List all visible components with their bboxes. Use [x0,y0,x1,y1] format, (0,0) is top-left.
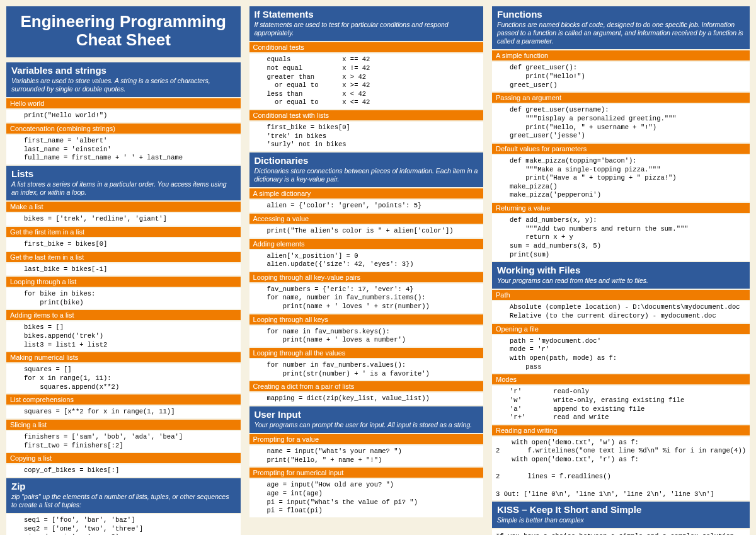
code-copy: copy_of_bikes = bikes[:] [6,464,241,477]
code-keys-loop: for name in fav_numbers.keys(): print(na… [249,326,484,347]
sub-simple-dict: A simple dictionary [249,188,484,198]
sub-hello: Hello world [6,98,241,108]
sub-kv-loop: Looping through all key-value pairs [249,272,484,282]
sub-prompt-val: Prompting for a value [249,434,484,444]
code-make-list: bikes = ['trek', 'redline', 'giant'] [6,213,241,226]
sub-simple-fn: A simple function [492,50,750,60]
sub-path: Path [492,290,750,300]
sub-num-list: Making numerical lists [6,352,241,362]
section-input: User Input Your programs can prompt the … [249,406,484,433]
sub-arg: Passing an argument [492,93,750,103]
code-dict-pair: mapping = dict(zip(key_list, value_list)… [249,393,484,405]
section-title: User Input [255,409,479,420]
sub-cond-tests: Conditional tests [249,42,484,52]
sub-default: Default values for parameters [492,144,750,154]
sub-comp: List comprehensions [6,394,241,405]
code-modes: 'r' read-only 'w' write-only, erasing ex… [492,386,750,424]
code-add-list: bikes = [] bikes.append('trek') list3 = … [6,321,241,351]
section-zip: Zip zip "pairs" up the elements of a num… [6,478,241,513]
code-default: def make_pizza(topping='bacon'): """Make… [492,155,750,202]
sub-cond-lists: Conditional test with lists [249,110,484,120]
sub-copy: Copying a list [6,453,241,463]
code-kv-loop: fav_numbers = {'eric': 17, 'ever': 4} fo… [249,284,484,313]
code-last-item: last_bike = bikes[-1] [6,263,241,276]
section-title: Working with Files [497,265,745,275]
sub-add-elem: Adding elements [249,239,484,249]
section-title: Functions [497,9,745,20]
column-2: If Statements If statements are used to … [249,6,484,535]
code-slice: finishers = ['sam', 'bob', 'ada', 'bea']… [6,431,241,452]
sub-last-item: Get the last item in a list [6,252,241,262]
code-prompt-num: age = input("How old are you? ") age = i… [249,479,484,517]
sub-first-item: Get the first item in a list [6,227,241,237]
section-desc: Variables are used to store values. A st… [11,77,236,93]
code-add-elem: alien['x_position'] = 0 alien.update({'s… [249,250,484,271]
title-box: Engineering Programming Cheat Sheet [6,6,241,57]
sub-slice: Slicing a list [6,420,241,430]
section-files: Working with Files Your programs can rea… [492,262,750,289]
code-num-list: squares = [] for x in range(1, 11): squa… [6,364,241,393]
section-desc: Your programs can prompt the user for in… [255,421,479,429]
code-concat: first_name = 'albert' last_name = 'einst… [6,135,241,164]
code-return: def add_numbers(x, y): """Add two number… [492,214,750,261]
section-desc: A list stores a series of items in a par… [11,180,236,197]
section-desc: Dictionaries store connections between p… [255,167,479,183]
sub-return: Returning a value [492,203,750,213]
code-hello: print("Hello world!") [6,110,241,122]
sub-access: Accessing a value [249,214,484,224]
section-functions: Functions Functions are named blocks of … [492,6,750,49]
code-zip: seq1 = ['foo', 'bar', 'baz'] seq2 = ['on… [6,514,241,535]
column-3: Functions Functions are named blocks of … [492,6,750,535]
code-access: print("The alien's color is " + alien['c… [249,225,484,238]
section-variables: Variables and strings Variables are used… [6,62,241,97]
page-title: Engineering Programming Cheat Sheet [11,13,236,49]
section-if: If Statements If statements are used to … [249,6,484,41]
sub-add-list: Adding items to a list [6,310,241,320]
section-kiss: KISS – Keep It Short and Simple Simple i… [492,502,750,528]
sub-vals-loop: Looping through all the values [249,348,484,358]
section-title: If Statements [255,9,479,20]
section-title: Dictionaries [255,155,479,166]
sub-make-list: Make a list [6,202,241,212]
cheat-sheet: Engineering Programming Cheat Sheet Vari… [6,6,750,535]
sub-open: Opening a file [492,324,750,334]
section-dict: Dictionaries Dictionaries store connecti… [249,152,484,187]
sub-dict-pair: Creating a dict from a pair of lists [249,381,484,391]
code-cond-tests: equals x == 42 not equal x != 42 greater… [249,54,484,109]
section-title: Zip [11,481,236,492]
code-vals-loop: for number in fav_numbers.values(): prin… [249,359,484,380]
section-desc: zip "pairs" up the elements of a number … [11,493,236,509]
code-first-item: first_bike = bikes[0] [6,238,241,251]
sub-modes: Modes [492,374,750,384]
code-loop-list: for bike in bikes: print(bike) [6,288,241,309]
section-desc: Simple is better than complex [497,516,745,524]
code-cond-lists: first_bike = bikes[0] 'trek' in bikes 's… [249,122,484,151]
sub-concat: Concatenation (combining strings) [6,124,241,134]
section-lists: Lists A list stores a series of items in… [6,166,241,200]
section-desc: Functions are named blocks of code, desi… [497,21,745,45]
sub-prompt-num: Prompting for numerical input [249,468,484,478]
code-open: path = 'mydocument.doc' mode = 'r' with … [492,335,750,374]
code-arg: def greet_user(username): """Display a p… [492,104,750,142]
column-1: Engineering Programming Cheat Sheet Vari… [6,6,241,535]
code-simple-dict: alien = {'color': 'green', 'points': 5} [249,200,484,212]
code-path: Absolute (complete location) - D:\docume… [492,301,750,322]
section-title: Variables and strings [11,65,236,76]
section-desc: If statements are used to test for parti… [255,21,479,37]
section-title: KISS – Keep It Short and Simple [497,504,745,515]
code-comp: squares = [x**2 for x in range(1, 11)] [6,406,241,418]
kiss-body: If you have a choice between a simple an… [492,529,750,535]
sub-loop-list: Looping through a list [6,277,241,287]
section-desc: Your programs can read from files and wr… [497,277,745,285]
section-title: Lists [11,168,236,179]
sub-keys-loop: Looping through all keys [249,314,484,325]
sub-rw: Reading and writing [492,425,750,435]
code-simple-fn: def greet_user(): print("Hello!") greet_… [492,62,750,91]
code-prompt-val: name = input("What's your name? ") print… [249,446,484,466]
code-rw: with open('demo.txt', 'w') as f: 2 f.wri… [492,437,750,500]
